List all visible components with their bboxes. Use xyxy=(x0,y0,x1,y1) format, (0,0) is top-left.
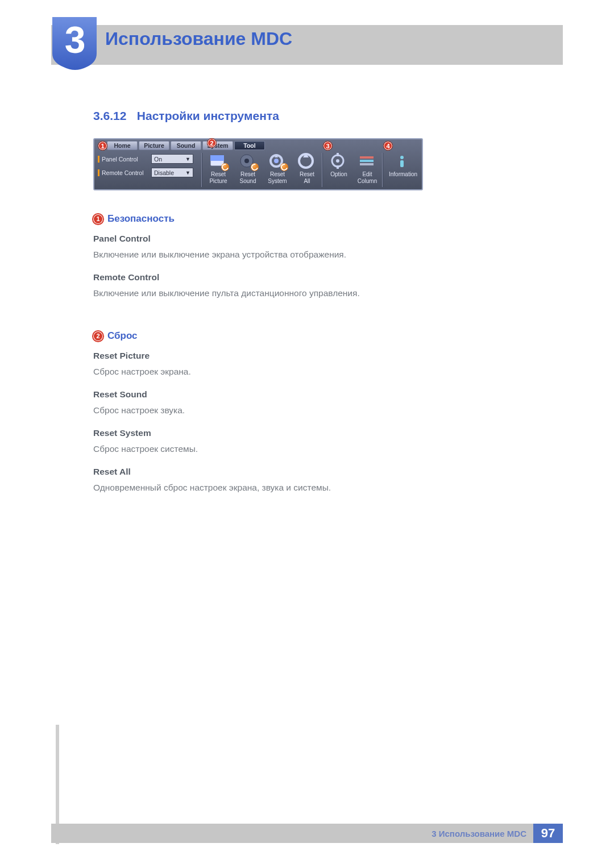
edit-column-icon xyxy=(358,153,377,170)
remote-control-select[interactable]: Disable ▼ xyxy=(151,168,193,177)
remote-control-label: Remote Control xyxy=(98,169,148,176)
svg-point-3 xyxy=(244,159,249,163)
panel-control-value: On xyxy=(154,156,162,163)
item-reset-system-title: Reset System xyxy=(93,428,491,438)
panel-control-row: Panel Control On ▼ xyxy=(98,154,193,164)
section-number: 3.6.12 xyxy=(93,109,126,122)
svg-rect-9 xyxy=(337,153,339,156)
chevron-down-icon: ▼ xyxy=(185,170,190,176)
group-title: Сброс xyxy=(107,330,138,342)
tool-tabs: Home Picture Sound System Tool xyxy=(107,141,265,150)
chevron-down-icon: ▼ xyxy=(185,156,190,162)
group-reset-heading: 2 Сброс xyxy=(93,330,491,342)
callout-bullet-2: 2 xyxy=(93,331,103,341)
remote-control-row: Remote Control Disable ▼ xyxy=(98,168,193,177)
footer-text: 3 Использование MDC xyxy=(432,829,526,838)
caption: Edit xyxy=(362,171,372,177)
caption: System xyxy=(268,178,287,184)
svg-rect-10 xyxy=(337,165,339,169)
item-reset-sound-desc: Сброс настроек звука. xyxy=(93,405,491,416)
caption: Column xyxy=(358,178,377,184)
item-reset-picture-desc: Сброс настроек экрана. xyxy=(93,367,491,377)
footer: 3 Использование MDC 97 xyxy=(51,824,563,843)
reset-system-icon xyxy=(268,153,287,170)
reset-sound-button[interactable]: ResetSound xyxy=(234,153,262,184)
option-button[interactable]: Option xyxy=(325,153,352,178)
item-reset-picture-title: Reset Picture xyxy=(93,351,491,361)
svg-rect-11 xyxy=(360,156,374,159)
caption: Reset xyxy=(270,171,285,177)
reset-picture-button[interactable]: ResetPicture xyxy=(205,153,232,184)
footer-page-number: 97 xyxy=(533,824,563,843)
mdc-tool-panel: Home Picture Sound System Tool Panel Con… xyxy=(93,138,423,190)
item-reset-all-desc: Одновременный сброс настроек экрана, зву… xyxy=(93,483,491,493)
group-security-heading: 1 Безопасность xyxy=(93,213,491,225)
caption: All xyxy=(304,178,310,184)
content: 1 Безопасность Panel Control Включение и… xyxy=(93,213,491,505)
item-reset-all-title: Reset All xyxy=(93,467,491,477)
caption: Reset xyxy=(211,171,226,177)
svg-point-5 xyxy=(274,159,279,163)
caption: Sound xyxy=(240,178,256,184)
caption: Reset xyxy=(300,171,314,177)
item-reset-sound-title: Reset Sound xyxy=(93,389,491,400)
chapter-number: 3 xyxy=(52,18,97,61)
section-heading: 3.6.12 Настройки инструмента xyxy=(93,109,279,123)
item-remote-control-title: Remote Control xyxy=(93,272,491,283)
chapter-tab: 3 xyxy=(52,17,97,72)
reset-all-button[interactable]: ResetAll xyxy=(293,153,321,184)
callout-bullet-1: 1 xyxy=(93,214,103,224)
item-panel-control-title: Panel Control xyxy=(93,234,491,244)
callout-1: 1 xyxy=(98,141,107,151)
callout-3: 3 xyxy=(323,141,333,151)
caption: Picture xyxy=(209,178,227,184)
group-title: Безопасность xyxy=(107,213,175,225)
reset-all-icon xyxy=(297,153,317,170)
item-panel-control-desc: Включение или выключение экрана устройст… xyxy=(93,250,491,260)
page: 3 Использование MDC 3.6.12 Настройки инс… xyxy=(0,0,614,868)
svg-point-8 xyxy=(336,159,339,163)
tab-sound[interactable]: Sound xyxy=(171,141,201,150)
page-title: Использование MDC xyxy=(105,28,292,49)
svg-rect-12 xyxy=(360,160,374,162)
reset-picture-icon xyxy=(209,153,228,170)
caption: Reset xyxy=(240,171,255,177)
information-button[interactable]: Information xyxy=(385,153,421,178)
svg-rect-1 xyxy=(210,155,224,161)
svg-rect-15 xyxy=(400,160,404,167)
option-icon xyxy=(329,153,349,170)
caption: Information xyxy=(389,171,417,177)
edit-column-button[interactable]: EditColumn xyxy=(354,153,381,184)
svg-rect-13 xyxy=(360,163,374,165)
item-reset-system-desc: Сброс настроек системы. xyxy=(93,444,491,454)
tab-tool[interactable]: Tool xyxy=(234,141,265,150)
panel-control-select[interactable]: On ▼ xyxy=(151,154,193,164)
information-icon xyxy=(393,153,413,170)
tab-home[interactable]: Home xyxy=(107,141,138,150)
tab-picture[interactable]: Picture xyxy=(139,141,169,150)
section-title: Настройки инструмента xyxy=(137,109,279,122)
caption: Option xyxy=(330,171,347,177)
item-remote-control-desc: Включение или выключение пульта дистанци… xyxy=(93,288,491,298)
panel-control-label: Panel Control xyxy=(98,156,148,163)
callout-4: 4 xyxy=(383,141,393,151)
reset-system-button[interactable]: ResetSystem xyxy=(264,153,291,184)
remote-control-value: Disable xyxy=(154,169,174,176)
reset-sound-icon xyxy=(238,153,258,170)
svg-point-14 xyxy=(400,156,404,159)
